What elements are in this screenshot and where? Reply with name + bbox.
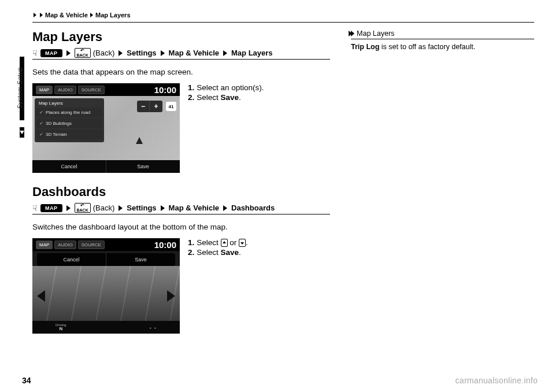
arrow-right-icon xyxy=(34,13,36,17)
ss-panel-title: Map Layers xyxy=(36,100,102,108)
up-panel-icon xyxy=(221,239,228,247)
arrow-right-icon xyxy=(161,50,165,56)
page-number: 34 xyxy=(22,376,31,385)
header-rule xyxy=(32,22,534,23)
steps-list: 1.Select or . 2.Select Save. xyxy=(188,238,248,258)
breadcrumb: Map & Vehicle Map Layers xyxy=(32,12,534,19)
double-arrow-icon xyxy=(351,31,354,36)
callout-title: Map Layers xyxy=(357,29,394,38)
section-desc: Sets the data that appears on the map sc… xyxy=(32,68,330,76)
section-rule xyxy=(32,59,330,60)
ss-clock: 10:00 xyxy=(154,240,176,250)
arrow-right-icon xyxy=(40,13,43,17)
step-text: Select xyxy=(197,248,220,257)
section-title-map-layers: Map Layers xyxy=(32,29,330,45)
arrow-right-icon xyxy=(119,50,123,56)
breadcrumb-a: Map & Vehicle xyxy=(45,12,88,19)
nav-settings: Settings xyxy=(127,49,156,57)
arrow-right-icon xyxy=(223,50,227,56)
zoom-out-icon: − xyxy=(137,101,150,112)
ss-clock: 10:00 xyxy=(154,85,176,95)
nav-path-map-layers: ☟ MAP BACK (Back) Settings Map & Vehicle… xyxy=(32,48,330,58)
arrow-right-icon xyxy=(66,205,71,211)
ss-tab-audio: AUDIO xyxy=(54,86,76,94)
ss-option: 3D Buildings xyxy=(36,119,102,128)
callout-heading: Map Layers xyxy=(351,29,534,39)
ss-route-shield: 41 xyxy=(166,102,176,111)
ss-dash-value: - - xyxy=(150,324,157,331)
step-bold: Save xyxy=(221,93,239,102)
ss-tab-source: SOURCE xyxy=(78,241,105,249)
arrow-right-icon xyxy=(161,205,165,211)
side-tab-label: System Setup xyxy=(16,67,23,109)
section-title-dashboards: Dashboards xyxy=(32,184,330,199)
ss-cancel-button: Cancel xyxy=(37,253,106,266)
step-text: or xyxy=(228,238,239,247)
watermark: carmanualsonline.info xyxy=(456,376,538,385)
ss-save-button: Save xyxy=(106,253,175,266)
steps-list: 1.Select an option(s). 2.Select Save. xyxy=(188,83,264,103)
arrow-right-icon xyxy=(167,290,175,302)
step-bold: Save xyxy=(221,248,239,257)
callout-note: Trip Log is set to off as factory defaul… xyxy=(351,43,534,51)
down-arrow-tab-icon xyxy=(20,127,24,138)
step-text: . xyxy=(239,93,241,102)
back-icon: BACK xyxy=(75,48,91,58)
nav-dashboards: Dashboards xyxy=(231,204,275,212)
ss-vehicle-cursor-icon xyxy=(136,137,143,144)
step-text: Select an option(s). xyxy=(197,83,264,92)
down-panel-icon xyxy=(239,239,246,247)
ss-option: 3D Terrain xyxy=(36,130,102,139)
section-desc: Switches the dashboard layout at the bot… xyxy=(32,223,330,231)
callout-note-text: is set to off as factory default. xyxy=(379,43,475,51)
arrow-right-icon xyxy=(66,50,71,56)
back-label: (Back) xyxy=(93,204,115,212)
nav-settings: Settings xyxy=(127,204,156,212)
ss-cancel-button: Cancel xyxy=(32,160,106,173)
ss-tab-source: SOURCE xyxy=(78,86,105,94)
ss-tab-map: MAP xyxy=(36,86,53,94)
nav-map-vehicle: Map & Vehicle xyxy=(169,204,219,212)
ss-tab-map: MAP xyxy=(36,241,53,249)
breadcrumb-b: Map Layers xyxy=(95,12,131,19)
back-icon: BACK xyxy=(75,203,91,213)
ss-save-button: Save xyxy=(106,160,180,173)
ss-tab-audio: AUDIO xyxy=(54,241,76,249)
step-text: . xyxy=(239,248,241,257)
map-button-icon: MAP xyxy=(40,49,62,57)
step-text: Select xyxy=(197,93,220,102)
callout-note-bold: Trip Log xyxy=(351,43,379,51)
hand-icon: ☟ xyxy=(32,49,38,58)
arrow-right-icon xyxy=(119,205,123,211)
step-text: . xyxy=(246,238,248,247)
nav-path-dashboards: ☟ MAP BACK (Back) Settings Map & Vehicle… xyxy=(32,203,330,213)
back-label: (Back) xyxy=(93,49,115,57)
zoom-in-icon: + xyxy=(150,101,162,112)
arrow-left-icon xyxy=(37,290,45,302)
ss-direction: Driving N xyxy=(56,323,66,331)
ss-road-bg xyxy=(32,266,180,321)
arrow-right-icon xyxy=(90,13,93,17)
map-button-icon: MAP xyxy=(40,204,62,212)
nav-map-vehicle: Map & Vehicle xyxy=(169,49,219,57)
arrow-right-icon xyxy=(223,205,227,211)
ss-zoom: − + xyxy=(137,101,162,112)
hand-icon: ☟ xyxy=(32,204,38,213)
ss-option: Places along the road xyxy=(36,108,102,117)
section-rule xyxy=(32,214,330,215)
nav-map-layers: Map Layers xyxy=(231,49,273,57)
step-text: Select xyxy=(197,238,220,247)
screenshot-dashboards: MAP AUDIO SOURCE 10:00 Cancel Save xyxy=(32,238,180,334)
screenshot-map-layers: MAP AUDIO SOURCE 10:00 Map Layers Places… xyxy=(32,83,180,173)
